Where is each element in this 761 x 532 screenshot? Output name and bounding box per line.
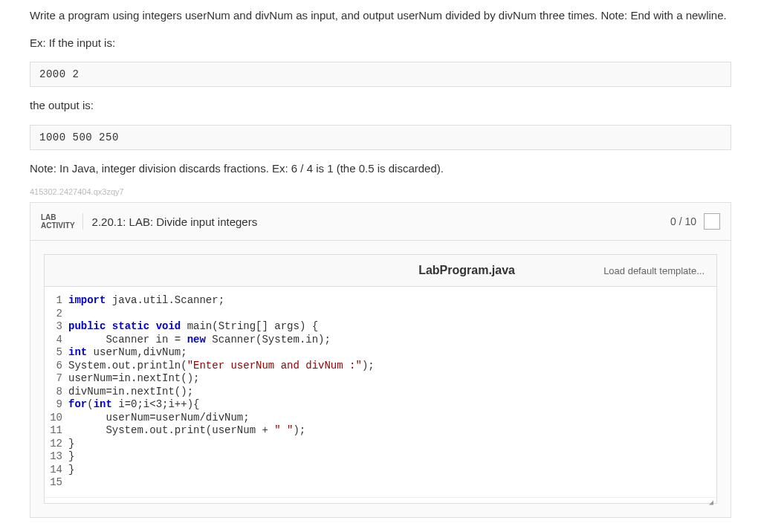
code-content[interactable]: System.out.println("Enter userNum and di…	[68, 360, 375, 373]
line-number: 3	[45, 320, 68, 334]
editor-line[interactable]: 14}	[45, 464, 716, 477]
code-content[interactable]: userNum=in.nextInt();	[68, 372, 199, 386]
score-checkbox[interactable]	[704, 213, 720, 230]
line-number: 6	[45, 360, 68, 373]
code-content[interactable]: divNum=in.nextInt();	[68, 386, 193, 399]
instruction-p1: Write a program using integers userNum a…	[30, 7, 731, 25]
lab-tag-line1: LAB	[41, 213, 75, 221]
line-number: 15	[45, 476, 68, 490]
line-number: 4	[45, 334, 68, 347]
line-number: 9	[45, 398, 68, 412]
editor-line[interactable]: 8divNum=in.nextInt();	[45, 386, 716, 399]
editor-lines[interactable]: 1import java.util.Scanner;23public stati…	[45, 287, 716, 497]
line-number: 1	[45, 294, 68, 308]
editor-line[interactable]: 3public static void main(String[] args) …	[45, 320, 716, 334]
code-content[interactable]: import java.util.Scanner;	[68, 294, 224, 308]
instruction-p2: Ex: If the input is:	[30, 35, 731, 52]
editor-line[interactable]: 12}	[45, 438, 716, 451]
editor-line[interactable]: 2	[45, 308, 716, 321]
code-content[interactable]: }	[68, 464, 74, 477]
code-content[interactable]: Scanner in = new Scanner(System.in);	[68, 334, 331, 347]
editor-line[interactable]: 15	[45, 476, 716, 490]
editor-header: LabProgram.java Load default template...	[44, 254, 717, 286]
editor-line[interactable]: 7userNum=in.nextInt();	[45, 372, 716, 386]
editor-line[interactable]: 11 System.out.print(userNum + " ");	[45, 424, 716, 438]
line-number: 11	[45, 424, 68, 438]
code-content[interactable]: for(int i=0;i<3;i++){	[68, 398, 199, 412]
line-number: 13	[45, 450, 68, 464]
lab-panel: LAB ACTIVITY 2.20.1: LAB: Divide input i…	[30, 202, 731, 518]
input-example-box: 2000 2	[30, 62, 731, 87]
watermark-text: 415302.2427404.qx3zqy7	[30, 187, 731, 196]
lab-score-text: 0 / 10	[670, 215, 696, 227]
lab-score-block: 0 / 10	[670, 213, 720, 230]
code-content[interactable]: }	[68, 438, 74, 451]
line-number: 2	[45, 308, 68, 321]
load-default-template-button[interactable]: Load default template...	[603, 265, 705, 276]
lab-tag: LAB ACTIVITY	[41, 213, 83, 230]
instruction-p4: Note: In Java, integer division discards…	[30, 160, 731, 178]
line-number: 8	[45, 386, 68, 399]
line-number: 14	[45, 464, 68, 477]
editor-line[interactable]: 9for(int i=0;i<3;i++){	[45, 398, 716, 412]
editor-wrap: LabProgram.java Load default template...…	[30, 241, 731, 517]
lab-tag-line2: ACTIVITY	[41, 221, 75, 230]
code-content[interactable]: userNum=userNum/divNum;	[68, 412, 250, 425]
line-number: 12	[45, 438, 68, 451]
editor-line[interactable]: 4 Scanner in = new Scanner(System.in);	[45, 334, 716, 347]
instruction-p3: the output is:	[30, 97, 731, 114]
line-number: 5	[45, 346, 68, 360]
line-number: 10	[45, 412, 68, 425]
lab-title: 2.20.1: LAB: Divide input integers	[92, 213, 670, 230]
code-content[interactable]: public static void main(String[] args) {	[68, 320, 318, 334]
editor-line[interactable]: 6System.out.println("Enter userNum and d…	[45, 360, 716, 373]
output-example-box: 1000 500 250	[30, 125, 731, 150]
editor-resize-handle[interactable]: ◢	[45, 497, 716, 503]
code-content[interactable]: }	[68, 450, 74, 464]
editor-line[interactable]: 1import java.util.Scanner;	[45, 294, 716, 308]
lab-header: LAB ACTIVITY 2.20.1: LAB: Divide input i…	[30, 203, 731, 241]
editor-line[interactable]: 10 userNum=userNum/divNum;	[45, 412, 716, 425]
instructions-block: Write a program using integers userNum a…	[30, 7, 731, 177]
editor-line[interactable]: 13}	[45, 450, 716, 464]
code-content[interactable]: int userNum,divNum;	[68, 346, 187, 360]
code-editor[interactable]: 1import java.util.Scanner;23public stati…	[44, 286, 717, 504]
editor-filename: LabProgram.java	[330, 264, 603, 277]
line-number: 7	[45, 372, 68, 386]
editor-line[interactable]: 5int userNum,divNum;	[45, 346, 716, 360]
code-content[interactable]: System.out.print(userNum + " ");	[68, 424, 305, 438]
